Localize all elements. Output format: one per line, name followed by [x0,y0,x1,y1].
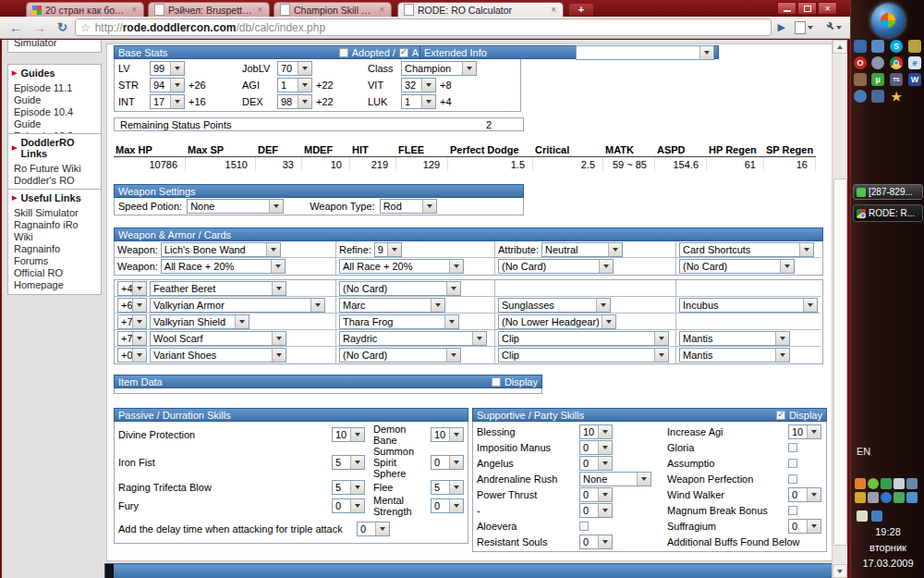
assumptio-checkbox[interactable] [788,459,797,468]
accessory2-select[interactable]: Clip [498,331,669,346]
sidebar-link[interactable]: Episode 11.1 Guide [12,82,97,106]
resistant-souls-select[interactable]: 0 [579,535,613,549]
tray-icon-3[interactable] [881,478,892,489]
lower-headgear-select[interactable]: (No Lower Headgear) [498,314,616,329]
weapon-perfection-checkbox[interactable] [788,474,797,484]
suffragium-select[interactable]: 0 [788,519,821,534]
iron-fist-select[interactable]: 5 [332,455,365,470]
equip-refine-select[interactable]: +0 [117,348,147,363]
tray-icon-8[interactable] [881,492,892,503]
garment-select[interactable]: Wool Scarf [150,331,286,346]
round-app-icon[interactable] [854,90,867,103]
magnum-break-bonus-checkbox[interactable] [788,506,797,515]
start-button[interactable] [871,4,905,37]
go-button[interactable]: ▶ [775,21,788,33]
garment-card-select[interactable]: Raydric [339,331,487,346]
accessory3-card-select[interactable]: Mantis [679,348,790,363]
weapon-card4-select[interactable]: (No Card) [679,259,795,274]
tray-icon-10[interactable] [906,492,918,503]
address-bar[interactable]: ☆ http://rode.doddlercon.com/db/calc/ind… [75,18,772,36]
str-select[interactable]: 94 [150,78,185,92]
sidebar-link[interactable]: Ragnainfo Forums [12,243,97,267]
star-shortcut-icon[interactable]: ★ [890,90,903,103]
shoes-select[interactable]: Variant Shoes [150,348,286,363]
increase-agi-select[interactable]: 10 [788,424,821,439]
headgear-card-select[interactable]: (No Card) [339,281,461,296]
taskbar-button-icq[interactable]: [287-829... [853,184,923,200]
tray-icon-2[interactable] [868,478,879,489]
restore-button[interactable] [797,2,817,15]
refine-select[interactable]: 9 [374,242,402,257]
shield-card-select[interactable]: Thara Frog [339,314,459,329]
equip-refine-select[interactable]: +7 [117,331,147,346]
tools-menu-button[interactable] [820,21,845,33]
armor-card-select[interactable]: Marc [339,298,445,313]
agi-select[interactable]: 1 [277,78,312,92]
back-button[interactable]: ← [6,20,26,35]
utorrent-icon[interactable]: µ [871,73,884,86]
sidebar-link[interactable]: Skill Simulator [12,207,97,219]
equip-refine-select[interactable]: +4 [117,281,147,296]
messenger-icon[interactable] [854,40,867,53]
tray-icon-4[interactable] [894,478,905,489]
vit-select[interactable]: 32 [401,78,436,92]
tab-close-icon[interactable]: × [550,5,557,15]
weapon-card2-select[interactable]: All Race + 20% [339,259,464,274]
power-thrust-select[interactable]: 0 [579,487,613,502]
triple-attack-delay-select[interactable]: 0 [357,522,390,536]
mid-headgear-select[interactable]: Sunglasses [498,298,611,313]
weapon-type-select[interactable]: Rod [380,199,437,214]
demon-bane-select[interactable]: 10 [431,427,464,442]
flee-select[interactable]: 5 [431,480,464,495]
minimize-button[interactable] [777,2,796,15]
scroll-up-button[interactable] [833,40,847,54]
clock-time[interactable]: 19:28 [851,526,924,537]
unnamed-skill-select[interactable]: 0 [579,503,613,518]
auto-adjust-checkbox[interactable]: ✓ [399,48,408,57]
word-icon[interactable]: W [908,73,921,86]
wind-walker-select[interactable]: 0 [788,487,821,502]
browser-tab-2[interactable]: Рэйчел: Bruspetti Quest × [148,2,270,17]
sidebar-link[interactable]: Homepage [12,279,97,291]
sidebar-link[interactable]: Episode 10.4 Guide [12,106,97,130]
close-button[interactable]: ✕ [818,2,837,15]
sidebar-link[interactable]: Ro Future Wiki [12,163,97,175]
internet-explorer-icon[interactable]: e [908,56,921,69]
tray-icon-5[interactable] [906,478,918,489]
globe-icon[interactable] [871,56,884,69]
shoes-card-select[interactable]: (No Card) [339,348,461,363]
taskbar-button-rode[interactable]: RODE: R... [853,204,923,222]
bee-app-icon[interactable] [908,40,921,53]
chrome-icon[interactable] [890,56,903,69]
adopted-checkbox[interactable] [339,48,348,57]
tray-icon-6[interactable] [855,492,866,503]
tray-icon-9[interactable] [894,492,905,503]
opera-icon[interactable]: O [854,56,867,69]
weapon-card3-select[interactable]: (No Card) [498,259,614,274]
extended-info-select[interactable]: - [576,45,714,60]
mental-strength-select[interactable]: 0 [431,498,464,513]
aloevera-checkbox[interactable] [579,522,589,531]
monitor-app-icon[interactable] [871,90,884,103]
blessing-select[interactable]: 10 [579,424,613,439]
tray-icon-1[interactable] [855,478,866,489]
item-data-display-checkbox[interactable] [492,377,501,387]
tray-icon-12[interactable] [871,510,882,522]
tray-icon-11[interactable] [857,510,868,522]
dex-select[interactable]: 98 [277,94,312,109]
weapon-card1-select[interactable]: All Race + 20% [161,259,286,274]
int-select[interactable]: 17 [150,94,185,109]
browser-tab-3[interactable]: Champion Skill Tree × [274,2,392,17]
summon-spirit-sphere-select[interactable]: 0 [431,455,464,470]
sidebar-link[interactable]: Ragnainfo iRo Wiki [12,219,97,243]
shield-select[interactable]: Valkyrian Shield [150,314,249,329]
vertical-scrollbar[interactable] [832,40,847,578]
armor-select[interactable]: Valkyrian Armor [150,298,325,313]
page-menu-button[interactable] [792,21,816,34]
joblv-select[interactable]: 70 [277,61,312,76]
equip-refine-select[interactable]: +6 [117,298,147,313]
scroll-down-button[interactable] [833,564,847,578]
accessory1-select[interactable]: Incubus [679,298,818,313]
tab-close-icon[interactable]: × [256,5,263,15]
gloria-checkbox[interactable] [788,443,797,452]
